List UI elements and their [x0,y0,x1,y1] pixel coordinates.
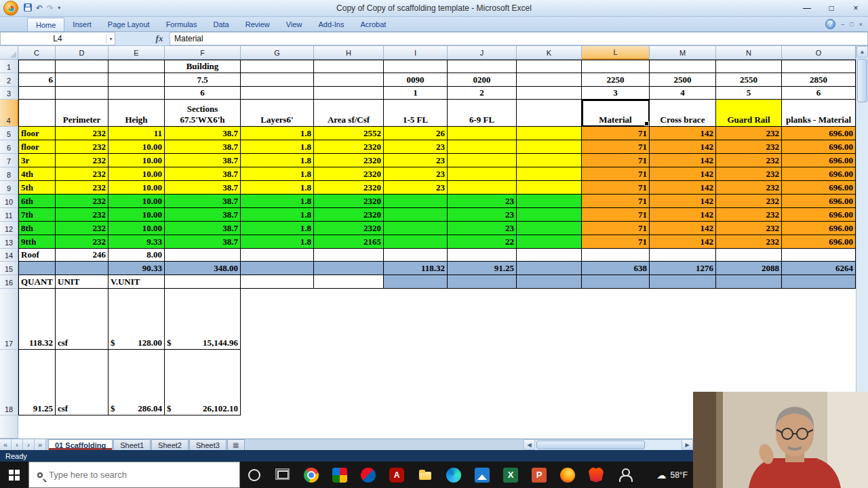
cell-L2[interactable]: 2250 [582,73,650,87]
cell-I2[interactable]: 0090 [384,73,448,87]
file-explorer-icon[interactable] [411,462,439,488]
cell-J8[interactable] [448,167,517,181]
ribbon-tab-acrobat[interactable]: Acrobat [352,18,394,31]
cell-G7[interactable]: 1.8 [241,154,314,167]
cell-D14[interactable]: 246 [56,249,108,262]
sheet-tab-sheet2[interactable]: Sheet2 [151,439,189,450]
cell-J9[interactable] [448,181,517,195]
cell-G11[interactable]: 1.8 [241,208,314,222]
cell-F18[interactable]: $26,102.10 [165,350,241,415]
cell-I8[interactable]: 23 [384,167,448,181]
cell-N7[interactable]: 232 [716,154,782,167]
cell-M4[interactable]: Cross brace [650,100,716,127]
cell-K9[interactable] [517,181,582,195]
column-header-H[interactable]: H [314,46,384,60]
cell-F15[interactable]: 348.00 [165,262,241,275]
cell-J14[interactable] [448,249,517,262]
cell-H13[interactable]: 2165 [314,235,384,249]
cell-D4[interactable]: Perimeter [56,100,108,127]
cell-L17[interactable] [582,289,650,350]
cell-L11[interactable]: 71 [582,208,650,222]
cell-J18[interactable] [448,350,517,415]
cell-M13[interactable]: 142 [650,235,716,249]
cell-D2[interactable] [56,73,108,87]
cell-N17[interactable] [716,289,782,350]
ribbon-tab-insert[interactable]: Insert [64,18,100,31]
cell-I17[interactable] [384,289,448,350]
workbook-minimize-icon[interactable]: – [841,21,844,28]
cell-N12[interactable]: 232 [716,222,782,235]
cell-L10[interactable]: 71 [582,195,650,208]
row-header-3[interactable]: 3 [0,87,18,100]
cell-H17[interactable] [314,289,384,350]
row-header-16[interactable]: 16 [0,275,18,289]
cell-D16[interactable]: UNIT [56,275,108,289]
cell-N8[interactable]: 232 [716,167,782,181]
cell-I12[interactable] [384,222,448,235]
save-icon[interactable] [24,3,32,13]
cell-E7[interactable]: 10.00 [108,154,165,167]
cell-O10[interactable]: 696.00 [782,195,856,208]
cell-D12[interactable]: 232 [56,222,108,235]
cell-D11[interactable]: 232 [56,208,108,222]
cell-G12[interactable]: 1.8 [241,222,314,235]
firefox-icon[interactable] [553,462,582,488]
cell-H10[interactable]: 2320 [314,195,384,208]
cell-E16[interactable]: V.UNIT [108,275,165,289]
cell-F1[interactable]: Building [165,60,241,73]
column-header-E[interactable]: E [108,46,165,60]
insert-function-icon[interactable]: fx [149,32,170,45]
column-header-K[interactable]: K [517,46,582,60]
search-input[interactable] [49,470,218,480]
cell-J16[interactable] [448,275,517,289]
acrobat-icon[interactable] [382,462,411,488]
cell-D5[interactable]: 232 [56,127,108,140]
cell-H1[interactable] [314,60,384,73]
cell-M15[interactable]: 1276 [650,262,716,275]
cell-D1[interactable] [56,60,108,73]
undo-icon[interactable]: ↶ [36,4,43,12]
cell-N2[interactable]: 2550 [716,73,782,87]
cell-E9[interactable]: 10.00 [108,181,165,195]
select-all-button[interactable] [0,46,18,60]
cell-J7[interactable] [448,154,517,167]
row-header-13[interactable]: 13 [0,235,18,249]
cell-D[interactable] [56,415,108,439]
cell-L8[interactable]: 71 [582,167,650,181]
cell-K12[interactable] [517,222,582,235]
cell-J1[interactable] [448,60,517,73]
qat-dropdown-icon[interactable]: ▾ [58,5,60,11]
cell-E4[interactable]: Heigh [108,100,165,127]
cell-F10[interactable]: 38.7 [165,195,241,208]
cell-C4[interactable] [18,100,56,127]
cell-G3[interactable] [241,87,314,100]
cell-F8[interactable]: 38.7 [165,167,241,181]
sheet-tab-01-scaffolding[interactable]: 01 Scaffolding [48,439,113,450]
cell-K7[interactable] [517,154,582,167]
cell-I13[interactable] [384,235,448,249]
cell-E10[interactable]: 10.00 [108,195,165,208]
column-header-L[interactable]: L [582,46,650,60]
column-header-D[interactable]: D [56,46,108,60]
cell-C16[interactable]: QUANT [18,275,56,289]
cell-K6[interactable] [517,140,582,154]
row-header-12[interactable]: 12 [0,222,18,235]
office-button[interactable] [3,1,18,16]
maximize-button[interactable]: □ [819,0,844,16]
cell-D15[interactable] [56,262,108,275]
cell-D18[interactable]: csf [56,350,108,415]
cell-M8[interactable]: 142 [650,167,716,181]
cell-F17[interactable]: $15,144.96 [165,289,241,350]
name-box[interactable]: L4 ▼ [0,32,115,45]
cell-E1[interactable] [108,60,165,73]
tab-nav-last-icon[interactable]: » [35,439,46,450]
scroll-right-icon[interactable]: ▶ [682,439,693,450]
cell-O8[interactable]: 696.00 [782,167,856,181]
cell-G14[interactable] [241,249,314,262]
cell-K13[interactable] [517,235,582,249]
cell-H4[interactable]: Area sf/Csf [314,100,384,127]
row-header-7[interactable]: 7 [0,154,18,167]
cell-F[interactable] [165,415,241,439]
cell-C2[interactable]: 6 [18,73,56,87]
cell-J6[interactable] [448,140,517,154]
